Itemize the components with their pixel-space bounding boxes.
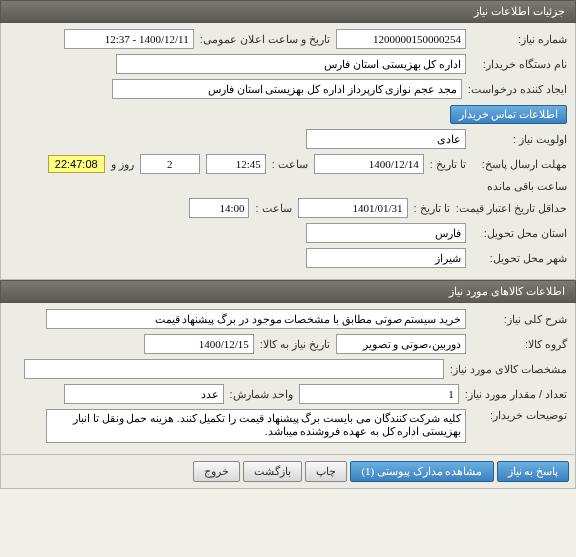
need-number-label: شماره نیاز: — [472, 33, 567, 46]
unit-input[interactable] — [64, 384, 224, 404]
specs-label: مشخصات کالای مورد نیاز: — [450, 363, 567, 376]
requester-label: ایجاد کننده درخواست: — [468, 83, 567, 96]
section1-title: جزئیات اطلاعات نیاز — [474, 5, 565, 17]
respond-button[interactable]: پاسخ به نیاز — [497, 461, 570, 482]
validity-time-input[interactable] — [189, 198, 249, 218]
days-count-input[interactable] — [140, 154, 200, 174]
section1-body: شماره نیاز: تاریخ و ساعت اعلان عمومی: نا… — [0, 23, 576, 280]
validity-date-input[interactable] — [298, 198, 408, 218]
qty-input[interactable] — [299, 384, 459, 404]
section1-header: جزئیات اطلاعات نیاز — [0, 0, 576, 23]
time-label-2: ساعت : — [255, 202, 291, 215]
section2-header: اطلاعات کالاهای مورد نیاز — [0, 280, 576, 303]
city-label: شهر محل تحویل: — [472, 252, 567, 265]
requester-input[interactable] — [112, 79, 462, 99]
min-validity-label: حداقل تاریخ اعتبار قیمت: — [456, 202, 567, 215]
desc-input[interactable] — [46, 309, 466, 329]
buyer-notes-input[interactable] — [46, 409, 466, 443]
public-announce-input[interactable] — [64, 29, 194, 49]
province-label: استان محل تحویل: — [472, 227, 567, 240]
buyer-org-input[interactable] — [116, 54, 466, 74]
need-number-input[interactable] — [336, 29, 466, 49]
public-announce-label: تاریخ و ساعت اعلان عمومی: — [200, 33, 330, 46]
desc-label: شرح کلی نیاز: — [472, 313, 567, 326]
buyer-org-label: نام دستگاه خریدار: — [472, 58, 567, 71]
attachments-button[interactable]: مشاهده مدارک پیوستی (1) — [350, 461, 493, 482]
section2-title: اطلاعات کالاهای مورد نیاز — [449, 285, 565, 297]
group-input[interactable] — [336, 334, 466, 354]
back-button[interactable]: بازگشت — [243, 461, 302, 482]
province-input[interactable] — [306, 223, 466, 243]
contact-buyer-button[interactable]: اطلاعات تماس خریدار — [450, 105, 568, 124]
resp-date-input[interactable] — [314, 154, 424, 174]
resp-deadline-label: مهلت ارسال پاسخ: — [472, 158, 567, 171]
print-button[interactable]: چاپ — [305, 461, 347, 482]
unit-label: واحد شمارش: — [230, 388, 293, 401]
days-and-label: روز و — [111, 158, 134, 171]
buyer-notes-label: توضیحات خریدار: — [472, 409, 567, 422]
to-date-label-1: تا تاریخ : — [430, 158, 466, 171]
priority-input[interactable] — [306, 129, 466, 149]
need-date-input[interactable] — [144, 334, 254, 354]
section2-body: شرح کلی نیاز: گروه کالا: تاریخ نیاز به ک… — [0, 303, 576, 455]
to-date-label-2: تا تاریخ : — [414, 202, 450, 215]
need-date-label: تاریخ نیاز به کالا: — [260, 338, 330, 351]
specs-input[interactable] — [24, 359, 444, 379]
footer-bar: پاسخ به نیاز مشاهده مدارک پیوستی (1) چاپ… — [0, 455, 576, 489]
city-input[interactable] — [306, 248, 466, 268]
exit-button[interactable]: خروج — [193, 461, 240, 482]
remaining-label: ساعت باقی مانده — [487, 180, 567, 193]
group-label: گروه کالا: — [472, 338, 567, 351]
qty-label: تعداد / مقدار مورد نیاز: — [465, 388, 567, 401]
remaining-time-badge: 22:47:08 — [48, 155, 105, 173]
priority-label: اولویت نیاز : — [472, 133, 567, 146]
time-label-1: ساعت : — [272, 158, 308, 171]
resp-time-input[interactable] — [206, 154, 266, 174]
